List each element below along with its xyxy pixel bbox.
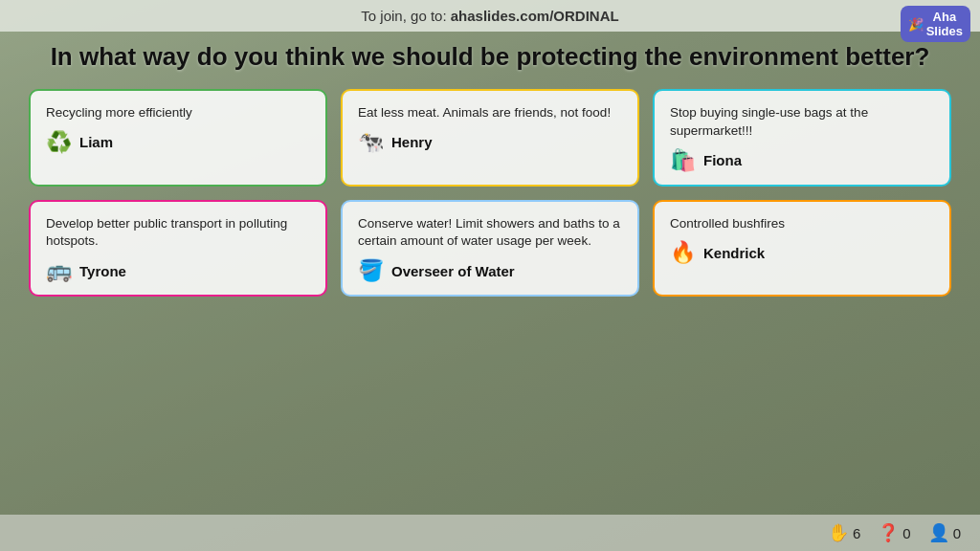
henry-name: Henry [391, 134, 433, 150]
cards-grid: Recycling more efficiently ♻️ Liam Eat l… [29, 89, 951, 298]
card-henry-user: 🐄 Henry [358, 132, 622, 153]
hand-stat: ✋ 6 [828, 522, 860, 543]
people-icon: 👤 [928, 522, 949, 543]
card-henry-text: Eat less meat. Animals are friends, not … [358, 104, 622, 122]
card-overseer: Conserve water! Limit showers and baths … [341, 200, 639, 298]
overseer-icon: 🪣 [358, 260, 384, 281]
main-content: In what way do you think we should be pr… [0, 32, 980, 297]
card-tyrone: Develop better public transport in pollu… [29, 200, 327, 298]
hand-count: 6 [853, 525, 860, 541]
fiona-name: Fiona [703, 152, 742, 168]
card-kendrick-user: 🔥 Kendrick [670, 242, 934, 263]
card-overseer-text: Conserve water! Limit showers and baths … [358, 215, 622, 252]
join-url: ahaslides.com/ORDINAL [451, 8, 619, 24]
card-fiona: Stop buying single-use bags at the super… [653, 89, 951, 187]
card-overseer-user: 🪣 Overseer of Water [358, 260, 622, 281]
top-bar: To join, go to: ahaslides.com/ORDINAL 🎉 … [0, 0, 980, 32]
liam-icon: ♻️ [46, 132, 72, 153]
card-liam-text: Recycling more efficiently [46, 104, 310, 122]
tyrone-icon: 🚌 [46, 260, 72, 281]
liam-name: Liam [79, 134, 113, 150]
card-fiona-user: 🛍️ Fiona [670, 150, 934, 171]
kendrick-name: Kendrick [703, 245, 765, 261]
henry-icon: 🐄 [358, 132, 384, 153]
logo-emoji: 🎉 [908, 17, 924, 32]
question-title: In what way do you think we should be pr… [29, 41, 951, 74]
kendrick-icon: 🔥 [670, 242, 696, 263]
card-fiona-text: Stop buying single-use bags at the super… [670, 104, 934, 141]
card-tyrone-user: 🚌 Tyrone [46, 260, 310, 281]
question-stat: ❓ 0 [878, 522, 910, 543]
card-tyrone-text: Develop better public transport in pollu… [46, 215, 310, 252]
card-kendrick-text: Controlled bushfires [670, 215, 934, 233]
bottom-bar: ✋ 6 ❓ 0 👤 0 [0, 515, 980, 551]
card-henry: Eat less meat. Animals are friends, not … [341, 89, 639, 187]
card-liam-user: ♻️ Liam [46, 132, 310, 153]
join-text: To join, go to: [361, 8, 450, 24]
card-liam: Recycling more efficiently ♻️ Liam [29, 89, 327, 187]
question-count: 0 [902, 525, 910, 541]
hand-icon: ✋ [828, 522, 849, 543]
people-count: 0 [953, 525, 961, 541]
question-icon: ❓ [878, 522, 899, 543]
fiona-icon: 🛍️ [670, 150, 696, 171]
card-kendrick: Controlled bushfires 🔥 Kendrick [653, 200, 951, 298]
tyrone-name: Tyrone [79, 263, 126, 279]
people-stat: 👤 0 [928, 522, 961, 543]
overseer-name: Overseer of Water [391, 263, 515, 279]
